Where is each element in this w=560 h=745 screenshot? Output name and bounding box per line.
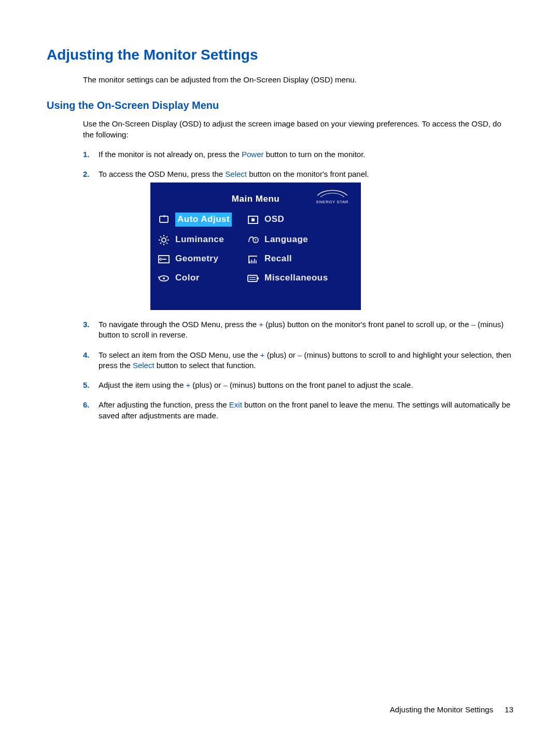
intro-paragraph: The monitor settings can be adjusted fro… — [83, 75, 513, 85]
svg-rect-18 — [248, 275, 257, 282]
step-text: (plus) or — [190, 381, 223, 389]
svg-rect-21 — [257, 277, 259, 279]
luminance-icon — [158, 234, 170, 246]
step-text: button on the monitor's front panel. — [247, 170, 369, 178]
osd-item-osd: OSD — [264, 214, 354, 226]
step-text: To access the OSD Menu, press the — [99, 170, 225, 178]
keyword-select: Select — [133, 361, 155, 370]
step-4: 4. To select an item from the OSD Menu, … — [83, 350, 513, 371]
osd-figure: Main Menu ENERGY STAR — [150, 182, 513, 310]
osd-item-miscellaneous: Miscellaneous — [264, 272, 354, 284]
osd-item-auto-adjust: Auto Adjust — [175, 213, 243, 227]
svg-text:?: ? — [255, 238, 257, 242]
osd-header: Main Menu ENERGY STAR — [156, 190, 356, 208]
keyword-power: Power — [242, 150, 264, 159]
step-number: 3. — [83, 319, 90, 330]
step-number: 6. — [83, 400, 90, 410]
steps-list: 1. If the monitor is not already on, pre… — [83, 149, 513, 421]
step-3: 3. To navigate through the OSD Menu, pre… — [83, 319, 513, 341]
step-text: (minus) buttons on the front panel to ad… — [228, 381, 413, 389]
auto-adjust-icon — [158, 214, 170, 226]
osd-item-recall: Recall — [264, 253, 354, 265]
step-1: 1. If the monitor is not already on, pre… — [83, 149, 513, 160]
step-2: 2. To access the OSD Menu, press the Sel… — [83, 169, 513, 310]
keyword-exit: Exit — [229, 400, 242, 409]
step-number: 2. — [83, 169, 90, 179]
keyword-minus: – — [223, 381, 228, 389]
energy-star-logo: ENERGY STAR — [312, 188, 353, 205]
step-text: Adjust the item using the — [99, 381, 186, 389]
svg-line-8 — [160, 236, 161, 237]
step-text: (plus) or — [265, 350, 298, 359]
step-number: 5. — [83, 380, 90, 390]
svg-rect-2 — [251, 218, 255, 221]
keyword-minus: – — [471, 320, 475, 329]
energy-star-label: ENERGY STAR — [312, 200, 353, 205]
step-text: button to select that function. — [155, 361, 256, 370]
osd-item-language: Language — [264, 234, 354, 246]
step-5: 5. Adjust the item using the + (plus) or… — [83, 380, 513, 390]
step-text: (plus) button on the monitor's front pan… — [263, 320, 471, 329]
step-text: After adjusting the function, press the — [99, 400, 229, 409]
footer-title: Adjusting the Monitor Settings — [390, 705, 493, 714]
step-number: 4. — [83, 350, 90, 360]
osd-item-geometry: Geometry — [175, 253, 243, 265]
osd-item-color: Color — [175, 272, 243, 284]
section-heading: Using the On-Screen Display Menu — [47, 100, 513, 111]
step-text: To select an item from the OSD Menu, use… — [99, 350, 260, 359]
osd-menu-grid: Auto Adjust OSD Luminance ? L — [156, 213, 356, 284]
svg-line-10 — [166, 236, 167, 237]
osd-item-luminance: Luminance — [175, 234, 243, 246]
step-text: To navigate through the OSD Menu, press … — [99, 320, 259, 329]
keyword-plus: + — [186, 381, 190, 389]
osd-icon — [247, 214, 259, 226]
miscellaneous-icon — [247, 273, 259, 284]
step-number: 1. — [83, 149, 90, 160]
language-icon: ? — [247, 234, 259, 246]
geometry-icon — [158, 254, 170, 265]
page-number: 13 — [505, 705, 513, 714]
svg-point-3 — [162, 238, 166, 242]
svg-line-9 — [166, 243, 167, 244]
recall-icon — [247, 254, 259, 265]
energy-star-icon — [316, 188, 348, 199]
svg-point-17 — [163, 277, 165, 279]
osd-panel: Main Menu ENERGY STAR — [150, 182, 361, 310]
lead-paragraph: Use the On-Screen Display (OSD) to adjus… — [83, 119, 513, 140]
osd-selected-item: Auto Adjust — [175, 213, 232, 227]
keyword-plus: + — [260, 350, 265, 359]
keyword-select: Select — [225, 170, 247, 178]
step-text: If the monitor is not already on, press … — [99, 150, 242, 159]
page-heading: Adjusting the Monitor Settings — [47, 47, 513, 63]
keyword-plus: + — [259, 320, 263, 329]
page-footer: Adjusting the Monitor Settings 13 — [390, 705, 513, 714]
step-text: button to turn on the monitor. — [264, 150, 366, 159]
svg-line-11 — [160, 243, 161, 244]
step-6: 6. After adjusting the function, press t… — [83, 400, 513, 421]
color-icon — [158, 273, 170, 284]
